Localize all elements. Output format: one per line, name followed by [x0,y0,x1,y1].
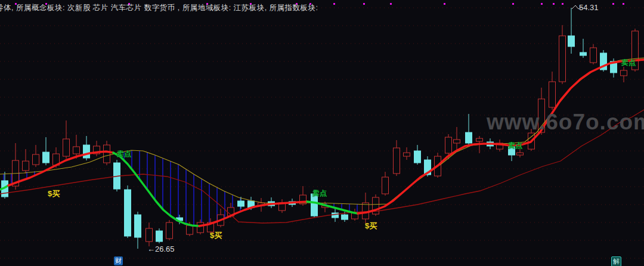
sell-signal-label: 卖点 [508,141,522,151]
buy-signal-label: $买 [365,221,377,231]
watermark: www.6o7o.com [487,110,644,135]
finance-badge[interactable]: 财 [114,256,123,265]
price-high-label: 54.31 [579,3,599,12]
stock-info-bar: 导体, 所属概念板块: 次新股 芯片 汽车芯片 数字货币 , 所属地域板块: 江… [0,3,318,13]
sell-signal-label: 卖点 [312,188,327,199]
buy-signal-label: $买 [48,188,60,199]
stock-chart-app: 导体, 所属概念板块: 次新股 芯片 汽车芯片 数字货币 , 所属地域板块: 江… [0,0,644,266]
sell-signal-label: 卖点 [621,58,636,68]
buy-signal-label: $买 [210,230,222,241]
sell-signal-label: 卖点 [117,149,131,159]
price-low-label: ←26.65 [147,245,175,253]
explain-badge[interactable]: 解 [611,256,621,266]
